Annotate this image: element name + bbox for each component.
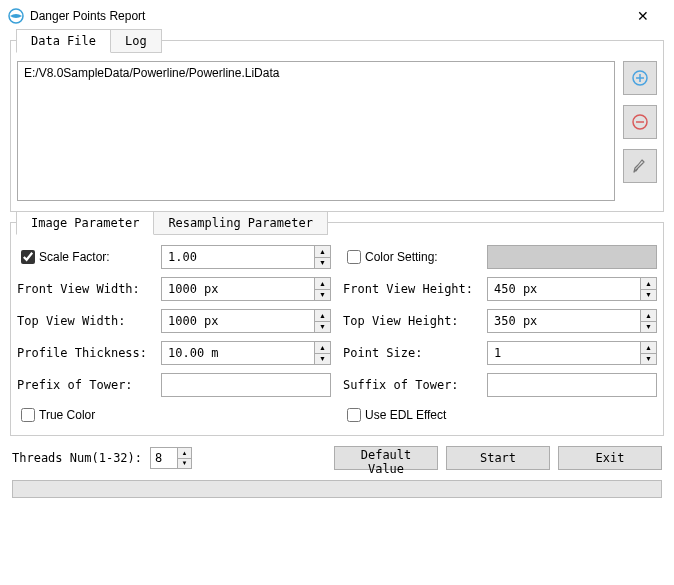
suffix-tower-label: Suffix of Tower: <box>343 378 487 392</box>
top-view-width-label: Top View Width: <box>17 314 161 328</box>
spin-up-icon[interactable]: ▲ <box>178 448 191 459</box>
spin-down-icon[interactable]: ▼ <box>314 354 330 365</box>
true-color-field[interactable]: True Color <box>17 405 331 425</box>
field-top-view-width: Top View Width: ▲▼ <box>17 309 331 333</box>
footer-row: Threads Num(1-32): ▲▼ Default Value Star… <box>12 446 662 470</box>
field-scale-factor: Scale Factor: ▲▼ <box>17 245 331 269</box>
dialog-body: Data File Log E:/V8.0SampleData/Powerlin… <box>0 32 674 508</box>
field-color-setting: Color Setting: <box>343 245 657 269</box>
broom-icon <box>632 158 648 174</box>
field-suffix-tower: Suffix of Tower: <box>343 373 657 397</box>
progress-bar <box>12 480 662 498</box>
spin-up-icon[interactable]: ▲ <box>314 246 330 258</box>
color-setting-checkbox[interactable] <box>347 250 361 264</box>
field-top-view-height: Top View Height: ▲▼ <box>343 309 657 333</box>
top-view-height-label: Top View Height: <box>343 314 487 328</box>
color-swatch[interactable] <box>487 245 657 269</box>
front-view-width-input[interactable] <box>161 277 331 301</box>
field-point-size: Point Size: ▲▼ <box>343 341 657 365</box>
profile-thickness-input[interactable] <box>161 341 331 365</box>
scale-factor-spinner: ▲▼ <box>314 246 330 268</box>
use-edl-checkbox[interactable] <box>347 408 361 422</box>
param-group: Image Parameter Resampling Parameter Sca… <box>10 222 664 436</box>
file-group: Data File Log E:/V8.0SampleData/Powerlin… <box>10 40 664 212</box>
front-view-height-label: Front View Height: <box>343 282 487 296</box>
spin-up-icon[interactable]: ▲ <box>314 310 330 322</box>
list-item[interactable]: E:/V8.0SampleData/Powerline/Powerline.Li… <box>24 66 608 80</box>
field-front-view-width: Front View Width: ▲▼ <box>17 277 331 301</box>
threads-input[interactable] <box>150 447 178 469</box>
field-prefix-tower: Prefix of Tower: <box>17 373 331 397</box>
spin-down-icon[interactable]: ▼ <box>640 322 656 333</box>
field-front-view-height: Front View Height: ▲▼ <box>343 277 657 301</box>
clear-files-button[interactable] <box>623 149 657 183</box>
color-setting-label[interactable]: Color Setting: <box>343 247 487 267</box>
param-body: Scale Factor: ▲▼ Color Setting: Fron <box>17 245 657 425</box>
close-icon: ✕ <box>637 8 649 24</box>
file-list[interactable]: E:/V8.0SampleData/Powerline/Powerline.Li… <box>17 61 615 201</box>
spin-down-icon[interactable]: ▼ <box>314 322 330 333</box>
front-view-width-label: Front View Width: <box>17 282 161 296</box>
spin-down-icon[interactable]: ▼ <box>314 258 330 269</box>
field-profile-thickness: Profile Thickness: ▲▼ <box>17 341 331 365</box>
spin-up-icon[interactable]: ▲ <box>314 278 330 290</box>
param-tabs: Image Parameter Resampling Parameter <box>16 211 657 235</box>
tab-image-parameter[interactable]: Image Parameter <box>16 211 154 235</box>
scale-factor-label[interactable]: Scale Factor: <box>17 247 161 267</box>
true-color-label: True Color <box>39 408 95 422</box>
top-tabs: Data File Log <box>16 29 657 53</box>
front-view-height-input[interactable] <box>487 277 657 301</box>
profile-thickness-label: Profile Thickness: <box>17 346 161 360</box>
top-view-height-input[interactable] <box>487 309 657 333</box>
file-row: E:/V8.0SampleData/Powerline/Powerline.Li… <box>17 61 657 201</box>
scale-factor-checkbox[interactable] <box>21 250 35 264</box>
spin-up-icon[interactable]: ▲ <box>640 310 656 322</box>
spin-up-icon[interactable]: ▲ <box>640 342 656 354</box>
tab-resampling-parameter[interactable]: Resampling Parameter <box>153 211 328 235</box>
true-color-checkbox[interactable] <box>21 408 35 422</box>
exit-button[interactable]: Exit <box>558 446 662 470</box>
prefix-tower-label: Prefix of Tower: <box>17 378 161 392</box>
spin-down-icon[interactable]: ▼ <box>314 290 330 301</box>
window-title: Danger Points Report <box>30 9 620 23</box>
prefix-tower-input[interactable] <box>161 373 331 397</box>
remove-file-button[interactable] <box>623 105 657 139</box>
threads-label: Threads Num(1-32): <box>12 451 142 465</box>
plus-circle-icon <box>632 70 648 86</box>
start-button[interactable]: Start <box>446 446 550 470</box>
threads-spinner: ▲▼ <box>150 447 192 469</box>
spin-up-icon[interactable]: ▲ <box>314 342 330 354</box>
default-value-button[interactable]: Default Value <box>334 446 438 470</box>
point-size-label: Point Size: <box>343 346 487 360</box>
tab-data-file[interactable]: Data File <box>16 29 111 53</box>
use-edl-field[interactable]: Use EDL Effect <box>343 405 657 425</box>
tab-log[interactable]: Log <box>110 29 162 53</box>
file-buttons <box>623 61 657 183</box>
spin-up-icon[interactable]: ▲ <box>640 278 656 290</box>
add-file-button[interactable] <box>623 61 657 95</box>
app-icon <box>8 8 24 24</box>
suffix-tower-input[interactable] <box>487 373 657 397</box>
titlebar: Danger Points Report ✕ <box>0 0 674 32</box>
spin-down-icon[interactable]: ▼ <box>178 459 191 469</box>
top-view-width-input[interactable] <box>161 309 331 333</box>
minus-circle-icon <box>632 114 648 130</box>
close-button[interactable]: ✕ <box>620 1 666 31</box>
scale-factor-input[interactable] <box>161 245 331 269</box>
dialog-window: Danger Points Report ✕ Data File Log E:/… <box>0 0 674 585</box>
point-size-input[interactable] <box>487 341 657 365</box>
use-edl-label: Use EDL Effect <box>365 408 446 422</box>
spin-down-icon[interactable]: ▼ <box>640 354 656 365</box>
spin-down-icon[interactable]: ▼ <box>640 290 656 301</box>
